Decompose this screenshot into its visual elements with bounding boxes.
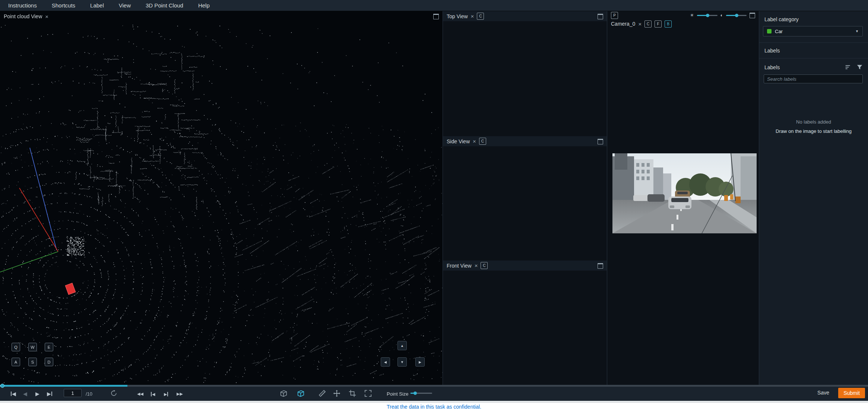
category-value: Car [775,29,855,34]
front-view-panel: Front View × C [443,261,607,385]
first-frame-button[interactable]: ◀ [10,391,16,396]
key-e[interactable]: E [45,343,53,351]
point-size-slider[interactable] [411,393,432,394]
move-icon[interactable] [333,389,341,397]
key-a[interactable]: A [12,358,20,366]
loop-icon[interactable] [110,390,117,397]
side-view-panel: Side View × C [443,136,607,261]
rewind-icon: ◀ [140,392,143,396]
street-scene-image [612,153,757,233]
front-view-title: Front View [447,263,472,269]
fast-forward-icon: ▶ [177,392,180,396]
camera-title: Camera_0 [611,21,635,27]
front-view-viewport[interactable] [443,271,607,385]
key-d[interactable]: D [45,358,53,366]
arrow-left-icon: ◀ [384,360,387,364]
cuboid-tool-button[interactable] [279,389,288,397]
filter-icon[interactable] [856,64,863,70]
add-cuboid-tool-button[interactable] [297,389,305,397]
bottom-toolbar: ◀ ◀ ▶ ▶ /10 ◀◀ ◀ ▶ ▶▶ [0,385,868,401]
menu-3d-point-cloud[interactable]: 3D Point Cloud [146,2,183,9]
sort-icon[interactable] [845,64,851,70]
empty-state-title: No labels added [759,119,868,125]
menu-help[interactable]: Help [198,2,210,9]
chevron-down-icon: ▼ [855,29,859,33]
maximize-icon[interactable] [750,13,755,18]
top-view-viewport[interactable] [443,21,607,136]
maximize-icon[interactable] [433,14,439,19]
maximize-icon[interactable] [598,139,603,144]
point-cloud-panel: Point cloud View × Q W E A S D ▲ ◀ ▼ ▶ [0,11,443,385]
rewind-button[interactable]: ◀◀ [137,392,143,396]
play-button[interactable]: ▶ [35,391,39,396]
timeline-knob[interactable] [0,384,4,388]
empty-state-subtitle: Draw on the image to start labelling [759,128,868,134]
close-icon[interactable]: × [473,138,476,144]
projection-button[interactable]: P [611,12,618,19]
category-dropdown[interactable]: Car ▼ [763,26,863,36]
contrast-slider[interactable] [726,15,747,16]
fast-forward-button[interactable]: ▶▶ [177,392,183,396]
top-view-panel: Top View × C [443,11,607,137]
key-w[interactable]: W [28,343,37,351]
pan-down-button[interactable]: ▼ [397,357,407,367]
next-frame-button[interactable]: ▶ [47,391,53,396]
submit-button[interactable]: Submit [838,388,865,398]
side-view-header: Side View × C [443,136,607,147]
menu-label[interactable]: Label [90,2,104,9]
camera-c-button[interactable]: C [644,20,652,28]
brightness-icon: ☀ [690,13,694,17]
camera-panel: P ☀ ◐ Camera_0 × C F B [607,11,759,385]
pan-left-button[interactable]: ◀ [381,357,390,367]
point-cloud-canvas[interactable] [0,11,443,385]
step-backward-button[interactable]: ◀ [151,392,155,396]
crop-icon[interactable] [348,389,357,397]
labels-list-header: Labels [764,64,863,70]
search-input[interactable] [764,74,863,83]
camera-b-button[interactable]: B [665,20,672,28]
step-forward-button[interactable]: ▶ [164,392,168,396]
camera-toolbar: P ☀ ◐ [607,11,759,19]
close-icon[interactable]: × [475,263,478,268]
menu-shortcuts[interactable]: Shortcuts [52,2,75,9]
side-view-title: Side View [447,138,470,144]
labels-section-heading: Labels [764,48,780,54]
close-icon[interactable]: × [638,21,642,27]
frame-number-input[interactable] [64,389,82,397]
camera-image[interactable] [612,153,757,233]
category-color-swatch [767,29,772,33]
labels-empty-state: No labels added Draw on the image to sta… [759,119,868,134]
save-button[interactable]: Save [815,389,831,396]
frame-total-label: /10 [86,391,92,397]
fullscreen-icon[interactable] [364,389,372,397]
menu-instructions[interactable]: Instructions [8,2,37,9]
key-s[interactable]: S [28,358,37,366]
side-view-camera-button[interactable]: C [479,138,486,145]
label-category-heading: Label category [764,16,799,22]
front-view-camera-button[interactable]: C [481,262,488,269]
side-view-viewport[interactable] [443,146,607,261]
previous-frame-button[interactable]: ◀ [23,391,27,396]
menu-view[interactable]: View [119,2,131,9]
maximize-icon[interactable] [598,14,603,19]
maximize-icon[interactable] [598,263,603,269]
step-back-icon: ◀ [152,392,155,396]
top-view-camera-button[interactable]: C [477,13,484,20]
point-cloud-title: Point cloud View [4,13,42,19]
camera-header: Camera_0 × C F B [607,19,759,28]
pan-up-button[interactable]: ▲ [397,341,407,350]
timeline-scrubber[interactable] [0,385,868,387]
close-icon[interactable]: × [45,14,48,19]
brightness-slider[interactable] [697,15,717,16]
step-forward-icon: ▶ [164,392,167,396]
ruler-icon[interactable] [318,389,326,397]
arrow-right-icon: ▶ [419,360,421,364]
skip-start-icon: ◀ [12,391,16,396]
label-sidebar: Label category Car ▼ Labels Labels No la… [759,11,868,385]
close-icon[interactable]: × [471,13,474,19]
pan-right-button[interactable]: ▶ [415,357,425,367]
point-cloud-header: Point cloud View × [0,11,443,22]
key-q[interactable]: Q [12,343,20,351]
orthographic-views-column: Top View × C Side View × C Front View × … [443,11,607,385]
camera-f-button[interactable]: F [655,20,662,28]
